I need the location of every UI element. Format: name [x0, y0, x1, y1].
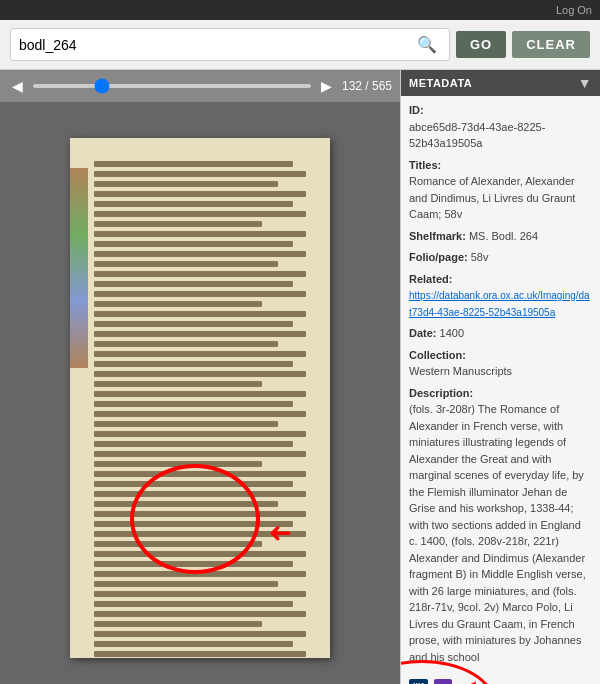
metadata-section: METADATA ▼ ID: abce65d8-73d4-43ae-8225-5…: [401, 70, 600, 684]
meta-id-label: ID:: [409, 104, 424, 116]
meta-description-label: Description:: [409, 387, 473, 399]
meta-folio-label: Folio/page:: [409, 251, 468, 263]
meta-date-label: Date:: [409, 327, 437, 339]
meta-date-row: Date: 1400: [409, 325, 592, 342]
metadata-content: ID: abce65d8-73d4-43ae-8225-52b43a19505a…: [401, 96, 600, 684]
meta-shelfmark-row: Shelfmark: MS. Bodl. 264: [409, 228, 592, 245]
meta-description-value: (fols. 3r-208r) The Romance of Alexander…: [409, 403, 586, 663]
meta-related-row: Related: https://databank.ora.ox.ac.uk/I…: [409, 271, 592, 321]
viewer-panel: ◀ ▶ 132 / 565: [0, 70, 400, 684]
meta-id-value: abce65d8-73d4-43ae-8225-52b43a19505a: [409, 121, 545, 150]
clear-button[interactable]: CLEAR: [512, 31, 590, 58]
page-slider[interactable]: [33, 84, 311, 88]
page-counter: 132 / 565: [342, 79, 392, 93]
iiif-logo[interactable]: iiif: [409, 679, 428, 684]
meta-folio-value: 58v: [471, 251, 489, 263]
meta-folio-row: Folio/page: 58v: [409, 249, 592, 266]
search-input-wrapper: 🔍: [10, 28, 450, 61]
meta-collection-label: Collection:: [409, 349, 466, 361]
metadata-header[interactable]: METADATA ▼: [401, 70, 600, 96]
uv-logo[interactable]: uv: [434, 679, 453, 684]
meta-titles-value: Romance of Alexander, Alexander and Dind…: [409, 175, 575, 220]
search-icon: 🔍: [417, 36, 437, 53]
manuscript-page: [70, 138, 330, 658]
manuscript-text: [70, 138, 330, 658]
meta-titles-label: Titles:: [409, 159, 441, 171]
search-input[interactable]: [19, 37, 413, 53]
meta-id-row: ID: abce65d8-73d4-43ae-8225-52b43a19505a: [409, 102, 592, 152]
metadata-panel: METADATA ▼ ID: abce65d8-73d4-43ae-8225-5…: [400, 70, 600, 684]
nav-bar: ◀ ▶ 132 / 565: [0, 70, 400, 102]
main-layout: ◀ ▶ 132 / 565: [0, 70, 600, 684]
meta-date-value: 1400: [440, 327, 464, 339]
meta-related-link[interactable]: https://databank.ora.ox.ac.uk/Imaging/da…: [409, 290, 590, 318]
logos-area: iiif uv ◀: [409, 670, 592, 684]
meta-collection-value: Western Manuscripts: [409, 365, 512, 377]
meta-titles-row: Titles: Romance of Alexander, Alexander …: [409, 157, 592, 223]
annotation-arrow-right: ◀: [462, 674, 476, 684]
next-page-button[interactable]: ▶: [317, 76, 336, 96]
metadata-header-label: METADATA: [409, 77, 472, 89]
metadata-collapse-icon: ▼: [578, 75, 592, 91]
search-bar: 🔍 GO CLEAR: [0, 20, 600, 70]
meta-description-row: Description: (fols. 3r-208r) The Romance…: [409, 385, 592, 666]
prev-page-button[interactable]: ◀: [8, 76, 27, 96]
meta-shelfmark-label: Shelfmark:: [409, 230, 466, 242]
login-link[interactable]: Log On: [556, 4, 592, 16]
meta-collection-row: Collection: Western Manuscripts: [409, 347, 592, 380]
meta-shelfmark-value: MS. Bodl. 264: [469, 230, 538, 242]
go-button[interactable]: GO: [456, 31, 506, 58]
slider-container: [33, 84, 311, 88]
meta-related-label: Related:: [409, 273, 452, 285]
top-bar: Log On: [0, 0, 600, 20]
image-area[interactable]: ➜: [0, 102, 400, 684]
search-icon-button[interactable]: 🔍: [413, 33, 441, 56]
